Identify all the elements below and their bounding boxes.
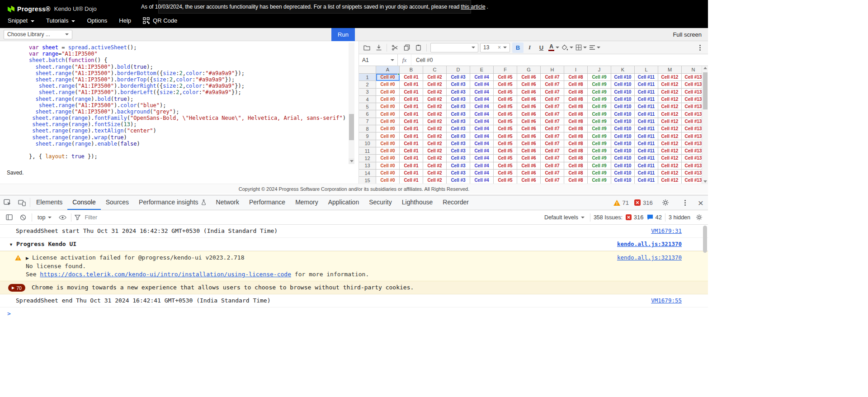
cell-J11[interactable]: Cell #9 [588,147,611,155]
cell-A6[interactable]: Cell #0 [376,110,400,118]
cell-A7[interactable]: Cell #0 [376,118,400,125]
cell-F11[interactable]: Cell #5 [494,147,517,155]
cell-A2[interactable]: Cell #0 [376,81,400,88]
cell-B1[interactable]: Cell #1 [400,74,423,81]
cell-K6[interactable]: Cell #10 [611,110,635,118]
cell-J14[interactable]: Cell #9 [588,170,611,177]
cell-E1[interactable]: Cell #4 [470,74,494,81]
copy-button[interactable] [401,43,412,53]
cell-J9[interactable]: Cell #9 [588,132,611,140]
cell-A3[interactable]: Cell #0 [376,89,400,96]
cell-F9[interactable]: Cell #5 [494,132,517,140]
cell-H4[interactable]: Cell #7 [541,96,564,103]
cell-H5[interactable]: Cell #7 [541,103,564,110]
cell-D12[interactable]: Cell #3 [447,155,470,162]
cell-F3[interactable]: Cell #5 [494,89,517,96]
cell-C8[interactable]: Cell #2 [423,125,447,132]
cell-H6[interactable]: Cell #7 [541,110,564,118]
cell-G1[interactable]: Cell #6 [517,74,541,81]
cell-G12[interactable]: Cell #6 [517,155,541,162]
arrow-up-icon[interactable] [702,67,708,69]
cell-D11[interactable]: Cell #3 [447,147,470,155]
cell-F12[interactable]: Cell #5 [494,155,517,162]
error-count[interactable]: 316 [634,199,653,206]
source-link[interactable]: kendo.all.js:321370 [617,254,682,262]
cell-K14[interactable]: Cell #10 [611,170,635,177]
cell-E5[interactable]: Cell #4 [470,103,494,110]
cell-J8[interactable]: Cell #9 [588,125,611,132]
cell-K4[interactable]: Cell #10 [611,96,635,103]
cell-J1[interactable]: Cell #9 [588,74,611,81]
cell-M6[interactable]: Cell #12 [658,110,682,118]
cell-B6[interactable]: Cell #1 [400,110,423,118]
cell-C9[interactable]: Cell #2 [423,132,447,140]
cell-C13[interactable]: Cell #2 [423,162,447,170]
cell-K1[interactable]: Cell #10 [611,74,635,81]
cell-J6[interactable]: Cell #9 [588,110,611,118]
cell-E7[interactable]: Cell #4 [470,118,494,125]
cell-G5[interactable]: Cell #6 [517,103,541,110]
cell-M2[interactable]: Cell #12 [658,81,682,88]
cell-B9[interactable]: Cell #1 [400,132,423,140]
cell-M1[interactable]: Cell #12 [658,74,682,81]
cell-E13[interactable]: Cell #4 [470,162,494,170]
cell-M14[interactable]: Cell #12 [658,170,682,177]
arrow-down-icon[interactable] [702,180,708,183]
cell-E6[interactable]: Cell #4 [470,110,494,118]
devtools-more-button[interactable] [678,199,693,207]
close-icon[interactable]: × [698,198,703,208]
text-color-button[interactable]: A [547,43,560,53]
cell-L6[interactable]: Cell #11 [635,110,658,118]
cell-D15[interactable]: Cell #3 [447,177,470,184]
bold-button[interactable]: B [512,43,524,53]
cell-K13[interactable]: Cell #10 [611,162,635,170]
cell-I11[interactable]: Cell #8 [564,147,588,155]
cell-K7[interactable]: Cell #10 [611,118,635,125]
cell-L2[interactable]: Cell #11 [635,81,658,88]
cell-F4[interactable]: Cell #5 [494,96,517,103]
row-header-7[interactable]: 7 [359,118,376,125]
cell-E14[interactable]: Cell #4 [470,170,494,177]
cell-D6[interactable]: Cell #3 [447,110,470,118]
cell-F14[interactable]: Cell #5 [494,170,517,177]
tab-security[interactable]: Security [364,195,397,210]
tab-performance-insights[interactable]: Performance insights [134,195,211,210]
tab-console[interactable]: Console [67,195,100,210]
align-button[interactable] [588,43,601,53]
cell-A13[interactable]: Cell #0 [376,162,400,170]
source-link[interactable]: VM1679:31 [651,227,682,235]
row-header-13[interactable]: 13 [359,162,376,170]
row-header-4[interactable]: 4 [359,96,376,103]
tab-recorder[interactable]: Recorder [438,195,474,210]
column-header-F[interactable]: F [494,66,517,74]
cell-A1[interactable]: Cell #0 [376,74,400,81]
log-levels-dropdown[interactable]: Default levels [542,213,587,222]
row-header-9[interactable]: 9 [359,132,376,140]
toggle-device-toolbar-button[interactable] [14,195,29,210]
cell-D7[interactable]: Cell #3 [447,118,470,125]
cell-H13[interactable]: Cell #7 [541,162,564,170]
cell-F10[interactable]: Cell #5 [494,140,517,147]
cell-K11[interactable]: Cell #10 [611,147,635,155]
cell-G2[interactable]: Cell #6 [517,81,541,88]
choose-library-dropdown[interactable]: Choose Library ... [4,30,72,39]
italic-button[interactable]: I [524,43,535,53]
cell-F15[interactable]: Cell #5 [494,177,517,184]
menu-item-options[interactable]: Options [81,14,113,27]
cell-M13[interactable]: Cell #12 [658,162,682,170]
cell-I10[interactable]: Cell #8 [564,140,588,147]
row-header-2[interactable]: 2 [359,81,376,88]
cell-I5[interactable]: Cell #8 [564,103,588,110]
cell-E4[interactable]: Cell #4 [470,96,494,103]
hidden-messages-label[interactable]: 3 hidden [669,214,690,221]
cell-B4[interactable]: Cell #1 [400,96,423,103]
cell-B10[interactable]: Cell #1 [400,140,423,147]
cell-C2[interactable]: Cell #2 [423,81,447,88]
cell-C3[interactable]: Cell #2 [423,89,447,96]
cell-L4[interactable]: Cell #11 [635,96,658,103]
cell-F6[interactable]: Cell #5 [494,110,517,118]
cell-E10[interactable]: Cell #4 [470,140,494,147]
cell-A5[interactable]: Cell #0 [376,103,400,110]
column-header-D[interactable]: D [447,66,470,74]
cell-L11[interactable]: Cell #11 [635,147,658,155]
